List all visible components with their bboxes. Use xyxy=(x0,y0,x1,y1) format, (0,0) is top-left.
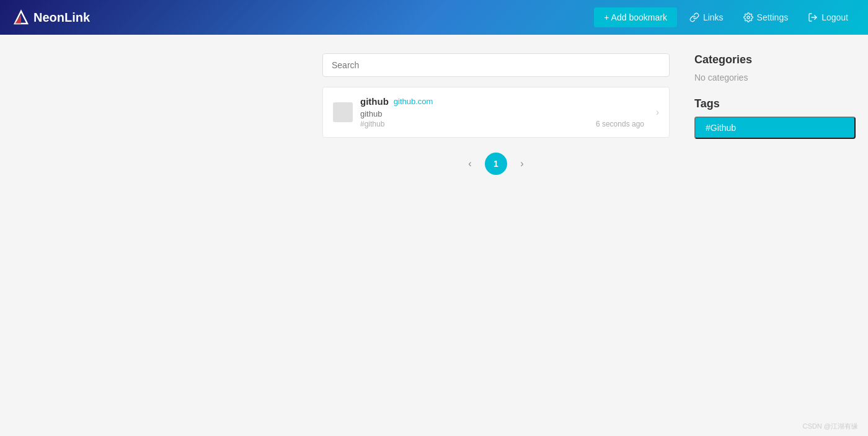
logo-icon xyxy=(12,9,30,26)
search-input[interactable] xyxy=(322,53,670,77)
chevron-right-icon: › xyxy=(656,107,659,118)
pagination: ‹ 1 › xyxy=(322,153,670,175)
bookmark-time: 6 seconds ago xyxy=(596,120,644,128)
add-bookmark-label: + Add bookmark xyxy=(604,12,667,22)
logout-label: Logout xyxy=(822,12,848,22)
no-categories-text: No categories xyxy=(694,73,856,82)
current-page-button[interactable]: 1 xyxy=(485,153,507,175)
settings-label: Settings xyxy=(757,12,789,22)
links-label: Links xyxy=(703,12,724,22)
add-bookmark-button[interactable]: + Add bookmark xyxy=(594,7,677,27)
logo-text: NeonLink xyxy=(33,11,90,25)
prev-page-button[interactable]: ‹ xyxy=(460,154,480,174)
content-area: github github.com github #github 6 secon… xyxy=(322,53,670,175)
next-page-button[interactable]: › xyxy=(512,154,532,174)
sidebar: Categories No categories Tags #Github xyxy=(694,53,856,175)
logout-icon xyxy=(808,12,818,22)
tag-badge-github[interactable]: #Github xyxy=(694,117,856,139)
main-container: github github.com github #github 6 secon… xyxy=(0,35,868,194)
bookmark-description: github xyxy=(360,109,649,118)
logout-button[interactable]: Logout xyxy=(800,7,856,27)
gear-icon xyxy=(743,12,753,22)
bookmark-favicon xyxy=(333,102,353,122)
tags-title: Tags xyxy=(694,97,856,110)
footer: CSDN @江湖有缘 xyxy=(803,422,858,431)
settings-button[interactable]: Settings xyxy=(736,7,796,27)
bookmark-title: github xyxy=(360,96,389,107)
bookmark-list: github github.com github #github 6 secon… xyxy=(322,87,670,138)
app-logo[interactable]: NeonLink xyxy=(12,9,90,26)
page-number: 1 xyxy=(494,159,498,169)
tag-label: #Github xyxy=(706,123,736,133)
categories-title: Categories xyxy=(694,53,856,66)
next-icon: › xyxy=(520,158,523,169)
tags-list: #Github xyxy=(694,117,856,139)
links-icon xyxy=(689,12,699,22)
footer-text: CSDN @江湖有缘 xyxy=(803,422,858,430)
header-nav: + Add bookmark Links Settings Logout xyxy=(594,7,856,27)
bookmark-item[interactable]: github github.com github #github 6 secon… xyxy=(322,87,670,138)
prev-icon: ‹ xyxy=(468,158,471,169)
app-header: NeonLink + Add bookmark Links Settings xyxy=(0,0,868,35)
bookmark-url: github.com xyxy=(394,97,433,106)
links-button[interactable]: Links xyxy=(682,7,731,27)
svg-point-2 xyxy=(747,16,750,19)
bookmark-title-row: github github.com xyxy=(360,96,649,107)
